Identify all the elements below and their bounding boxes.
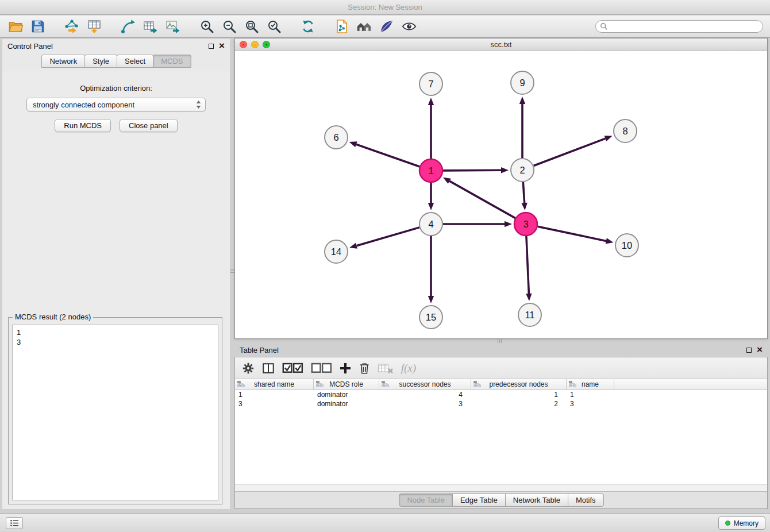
search-input[interactable]	[595, 20, 763, 33]
delete-table-icon[interactable]	[378, 360, 394, 376]
import-table-icon[interactable]	[86, 18, 103, 35]
deselect-all-icon[interactable]	[311, 360, 332, 376]
graph-edge-4-15[interactable]	[428, 236, 434, 303]
add-icon[interactable]	[339, 360, 352, 376]
mcds-result-area[interactable]: 1 3	[12, 325, 218, 500]
column-header-predecessor-nodes[interactable]: predecessor nodes	[471, 379, 567, 390]
window-titlebar[interactable]: Session: New Session	[0, 0, 770, 15]
tab-mcds[interactable]: MCDS	[153, 55, 191, 68]
table-row[interactable]: 1dominator411	[235, 390, 767, 399]
network-window-titlebar[interactable]: × − + scc.txt	[235, 38, 767, 51]
mcds-result-box: MCDS result (2 nodes) 1 3	[8, 317, 222, 504]
image-export-icon[interactable]	[164, 18, 182, 35]
cell-successor-nodes[interactable]: 4	[379, 390, 471, 399]
cell-shared-name[interactable]: 1	[235, 390, 314, 399]
refresh-icon[interactable]	[299, 18, 317, 35]
tab-style[interactable]: Style	[84, 55, 117, 68]
graph-edge-1-4[interactable]	[428, 183, 434, 210]
column-header-shared-name[interactable]: shared name	[235, 379, 314, 390]
maximize-window-icon[interactable]: +	[263, 41, 270, 48]
table-row[interactable]: 3dominator323	[235, 399, 767, 408]
paint-style-icon[interactable]	[378, 18, 395, 35]
memory-button[interactable]: Memory	[718, 516, 765, 530]
graph-edge-1-6[interactable]	[349, 141, 420, 167]
function-builder-icon[interactable]: f(x)	[401, 362, 416, 375]
float-table-panel-icon[interactable]	[746, 348, 752, 353]
tab-node-table[interactable]: Node Table	[399, 494, 453, 507]
graph-node-3[interactable]: 3	[514, 213, 537, 236]
cell-predecessor-nodes[interactable]: 2	[471, 399, 567, 408]
vertical-splitter[interactable]	[230, 269, 234, 273]
table-scrollbar[interactable]	[235, 484, 767, 491]
zoom-fit-icon[interactable]	[243, 18, 260, 35]
toolbar-separator	[322, 26, 328, 27]
cell-shared-name[interactable]: 3	[235, 399, 314, 408]
cell-successor-nodes[interactable]: 3	[379, 399, 471, 408]
graph-edge-3-1[interactable]	[443, 178, 515, 218]
graph-node-7[interactable]: 7	[419, 72, 442, 95]
minimize-window-icon[interactable]: −	[251, 41, 259, 48]
show-graphics-icon[interactable]	[401, 18, 418, 35]
column-header-successor-nodes[interactable]: successor nodes	[379, 379, 471, 390]
float-panel-icon[interactable]	[209, 44, 214, 49]
control-panel-title: Control Panel	[7, 42, 53, 51]
graph-edge-4-3[interactable]	[443, 221, 512, 227]
graph-edge-3-11[interactable]	[526, 236, 532, 301]
graph-node-8[interactable]: 8	[614, 119, 637, 142]
close-window-icon[interactable]: ×	[240, 41, 247, 48]
graph-edge-2-3[interactable]	[521, 182, 527, 210]
table-export-icon[interactable]	[142, 18, 159, 35]
tab-motifs[interactable]: Motifs	[568, 494, 604, 507]
graph-edge-1-7[interactable]	[428, 98, 434, 159]
open-folder-icon[interactable]	[7, 18, 24, 35]
tab-network[interactable]: Network	[41, 55, 85, 68]
graph-node-14[interactable]: 14	[325, 240, 348, 263]
graph-node-4[interactable]: 4	[419, 213, 442, 236]
tab-network-table[interactable]: Network Table	[505, 494, 568, 507]
graph-node-6[interactable]: 6	[325, 126, 348, 149]
graph-edge-2-9[interactable]	[519, 97, 525, 158]
close-table-panel-icon[interactable]: ×	[757, 346, 763, 354]
network-canvas[interactable]: 7968124314101511	[235, 51, 767, 338]
graph-node-15[interactable]: 15	[419, 306, 442, 329]
horizontal-splitter[interactable]	[498, 339, 502, 343]
cell-mcds-role[interactable]: dominator	[314, 390, 379, 399]
graph-edge-3-10[interactable]	[538, 226, 614, 244]
table-empty-area[interactable]	[235, 408, 767, 484]
task-history-button[interactable]	[6, 517, 23, 529]
first-neighbors-icon[interactable]	[356, 18, 373, 35]
select-all-icon[interactable]	[282, 360, 303, 376]
columns-icon[interactable]	[262, 360, 275, 376]
cell-name[interactable]: 1	[567, 390, 614, 399]
close-panel-button[interactable]: Close panel	[120, 119, 178, 132]
new-network-icon[interactable]	[120, 18, 137, 35]
cell-name[interactable]: 3	[567, 399, 614, 408]
table-tabs: Node TableEdge TableNetwork TableMotifs	[235, 491, 767, 508]
tab-edge-table[interactable]: Edge Table	[452, 494, 506, 507]
column-header-name[interactable]: name	[567, 379, 614, 390]
graph-edge-4-14[interactable]	[349, 228, 419, 249]
import-network-icon[interactable]	[63, 18, 80, 35]
run-mcds-button[interactable]: Run MCDS	[55, 119, 111, 132]
tab-select[interactable]: Select	[117, 55, 153, 68]
settings-icon[interactable]	[242, 360, 255, 376]
zoom-in-icon[interactable]	[198, 18, 215, 35]
cell-mcds-role[interactable]: dominator	[314, 399, 379, 408]
cell-predecessor-nodes[interactable]: 1	[471, 390, 567, 399]
graph-node-1[interactable]: 1	[419, 159, 442, 182]
close-panel-icon[interactable]: ×	[219, 42, 225, 50]
save-icon[interactable]	[29, 18, 47, 35]
graph-edge-2-8[interactable]	[534, 136, 613, 165]
optimization-select[interactable]: strongly connected component	[26, 98, 206, 111]
graph-edge-1-2[interactable]	[443, 167, 509, 173]
graph-node-11[interactable]: 11	[518, 303, 541, 326]
graph-node-2[interactable]: 2	[511, 159, 534, 182]
graph-node-9[interactable]: 9	[511, 71, 534, 94]
graph-node-10[interactable]: 10	[615, 234, 638, 257]
svg-text:1: 1	[428, 165, 433, 176]
zoom-selected-icon[interactable]	[265, 18, 283, 35]
style-document-icon[interactable]	[333, 18, 351, 35]
zoom-out-icon[interactable]	[221, 18, 238, 35]
delete-icon[interactable]	[359, 360, 369, 376]
column-header-mcds-role[interactable]: MCDS role	[314, 379, 379, 390]
